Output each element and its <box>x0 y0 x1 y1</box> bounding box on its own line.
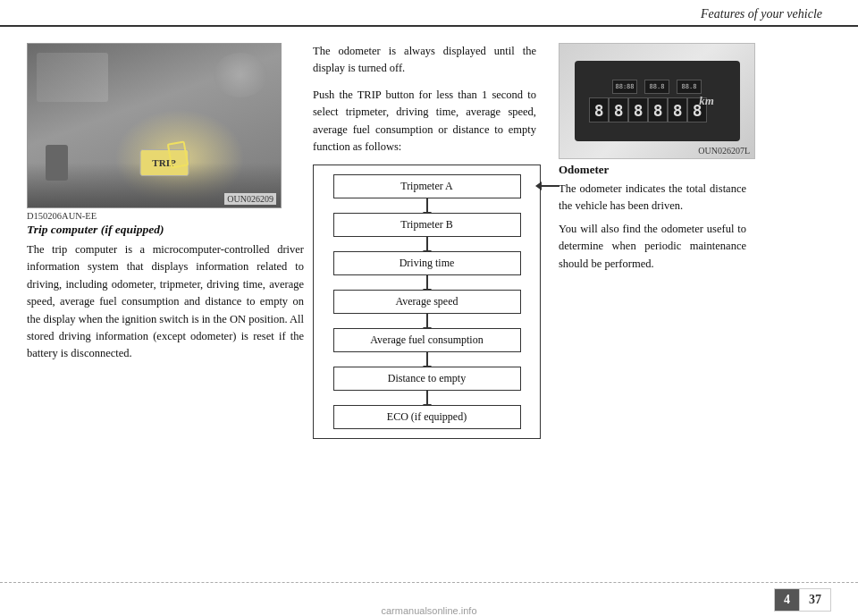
flow-arrow-5 <box>426 352 428 367</box>
flow-item-tripmeter-b: Tripmeter B <box>333 213 521 237</box>
odo-digits-row: 8 8 8 8 8 8 km <box>589 97 725 122</box>
entry-arrow <box>535 181 559 190</box>
odo-digit-1: 8 <box>589 97 609 122</box>
flow-item-tripmeter-a: Tripmeter A <box>333 174 521 198</box>
right-column: 88:88 88.8 88.8 8 8 8 8 8 8 <box>545 43 831 562</box>
odo-digit-5: 8 <box>668 97 687 122</box>
page-header: Features of your vehicle <box>0 0 858 27</box>
odo-top-row: 88:88 88.8 88.8 <box>612 80 702 94</box>
section-title: Trip computer (if equipped) <box>27 223 304 237</box>
page-num-chapter: 4 <box>775 589 799 611</box>
odo-digit-2: 8 <box>609 97 628 122</box>
flow-item-distance-to-empty: Distance to empty <box>333 367 521 391</box>
odometer-text-2: You will also find the odometer useful t… <box>559 221 746 273</box>
flowchart: Tripmeter A Tripmeter B Driving time Ave… <box>313 165 541 439</box>
page-num-page: 37 <box>799 589 830 611</box>
odo-small-box-3: 88.8 <box>677 80 702 94</box>
odo-small-box-1: 88:88 <box>612 80 637 94</box>
odometer-section-title: Odometer <box>559 163 831 177</box>
odo-small-box-2: 88.8 <box>644 80 669 94</box>
image-id: D150206AUN-EE <box>27 211 304 221</box>
car-image-label: OUN026209 <box>224 193 276 205</box>
odo-digit-3: 8 <box>628 97 648 122</box>
odo-small-text-3: 88.8 <box>682 83 697 90</box>
car-image-box: TRIP OUN026209 <box>27 43 282 208</box>
car-dashboard-image: TRIP <box>28 44 281 207</box>
flow-arrow-1 <box>426 198 428 213</box>
mid-text-2: Push the TRIP button for less than 1 sec… <box>313 87 536 156</box>
odo-image-label: OUN026207L <box>698 146 750 156</box>
flow-item-eco: ECO (if equipped) <box>333 405 521 429</box>
footer-watermark: carmanualsonline.info <box>381 605 476 616</box>
page-footer: 4 37 carmanualsonline.info <box>0 582 858 616</box>
flow-arrow-2 <box>426 237 428 251</box>
flow-arrow-6 <box>426 391 428 405</box>
flow-item-driving-time: Driving time <box>333 251 521 275</box>
odometer-display: 88:88 88.8 88.8 8 8 8 8 8 8 <box>575 61 740 141</box>
left-column: TRIP OUN026209 D150206AUN-EE Trip comput… <box>27 43 304 562</box>
odometer-text-1: The odometer indicates the total distanc… <box>559 181 746 215</box>
flow-item-avg-fuel: Average fuel consumption <box>333 328 521 352</box>
odometer-image-box: 88:88 88.8 88.8 8 8 8 8 8 8 <box>559 43 755 159</box>
km-label: km <box>699 94 714 108</box>
odo-small-text-1: 88:88 <box>615 83 634 90</box>
middle-column: The odometer is always displayed until t… <box>304 43 545 562</box>
flow-arrow-4 <box>426 314 428 328</box>
left-body-text: The trip computer is a microcomputer-con… <box>27 241 304 363</box>
odo-digit-4: 8 <box>648 97 668 122</box>
main-content: TRIP OUN026209 D150206AUN-EE Trip comput… <box>0 27 858 571</box>
mid-text-1: The odometer is always displayed until t… <box>313 43 536 78</box>
flow-arrow-3 <box>426 275 428 290</box>
page-number-box: 4 37 <box>774 588 831 612</box>
flow-item-average-speed: Average speed <box>333 290 521 314</box>
header-title: Features of your vehicle <box>701 7 822 21</box>
odo-small-text-2: 88.8 <box>650 83 665 90</box>
